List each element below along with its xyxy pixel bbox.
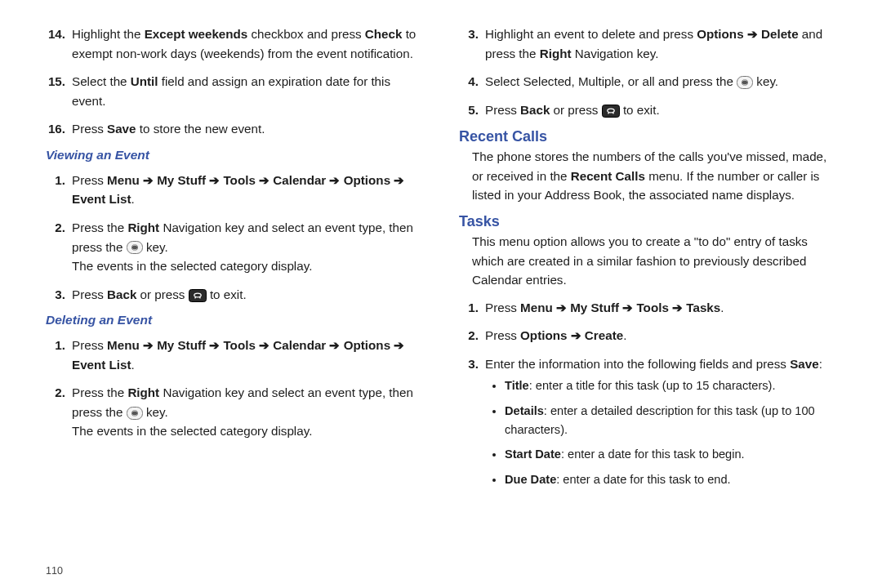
viewing-step-1: 1. Press Menu ➔ My Stuff ➔ Tools ➔ Calen…	[46, 171, 423, 209]
select-key-icon	[127, 241, 143, 254]
step-text: Press Options ➔ Create.	[485, 326, 626, 345]
step-16: 16. Press Save to store the new event.	[46, 119, 423, 139]
list-item: Start Date: enter a date for this task t…	[505, 445, 836, 464]
select-key-icon	[737, 76, 753, 89]
end-key-icon	[602, 105, 620, 118]
step-text: Press the Right Navigation key and selec…	[72, 218, 423, 276]
step-14: 14. Highlight the Except weekends checkb…	[46, 24, 423, 63]
svg-rect-2	[189, 289, 206, 301]
step-number: 16.	[46, 119, 65, 139]
step-number: 3.	[459, 354, 479, 374]
step-number: 5.	[459, 100, 479, 120]
manual-page: 14. Highlight the Except weekends checkb…	[0, 0, 882, 588]
step-text: Press Back or press to exit.	[485, 100, 660, 120]
select-key-icon	[127, 407, 143, 420]
step-text: Press Menu ➔ My Stuff ➔ Tools ➔ Tasks.	[485, 298, 724, 318]
step-text: Press Menu ➔ My Stuff ➔ Tools ➔ Calendar…	[72, 336, 423, 374]
page-number: 110	[46, 565, 63, 577]
heading-viewing-event: Viewing an Event	[46, 148, 423, 163]
end-key-icon	[189, 289, 207, 302]
heading-tasks: Tasks	[459, 213, 836, 230]
step-text: Enter the information into the following…	[485, 354, 822, 374]
step-number: 14.	[46, 24, 65, 63]
deleting-step-2: 2. Press the Right Navigation key and se…	[46, 383, 423, 441]
svg-rect-10	[602, 105, 619, 117]
step-text: Highlight the Except weekends checkbox a…	[72, 24, 423, 63]
viewing-step-3: 3. Press Back or press to exit.	[46, 285, 423, 305]
deleting-step-4: 4. Select Selected, Multiple, or all and…	[459, 72, 836, 91]
tasks-body: This menu option allows you to create a …	[472, 232, 836, 290]
step-number: 4.	[459, 72, 479, 91]
step-number: 1.	[459, 298, 479, 318]
step-number: 3.	[459, 24, 479, 63]
step-15: 15. Select the Until field and assign an…	[46, 72, 423, 110]
deleting-step-1: 1. Press Menu ➔ My Stuff ➔ Tools ➔ Calen…	[46, 336, 423, 374]
step-number: 1.	[46, 336, 65, 374]
left-column: 14. Highlight the Except weekends checkb…	[46, 24, 423, 588]
step-text: Press Menu ➔ My Stuff ➔ Tools ➔ Calendar…	[72, 171, 423, 209]
heading-deleting-event: Deleting an Event	[46, 313, 423, 327]
step-text: Highlight an event to delete and press O…	[485, 24, 836, 63]
list-item: Details: enter a detailed description fo…	[505, 402, 836, 439]
step-text: Press Save to store the new event.	[72, 119, 265, 139]
list-item: Title: enter a title for this task (up t…	[505, 376, 836, 395]
list-item: Due Date: enter a date for this task to …	[505, 470, 836, 489]
step-number: 1.	[46, 171, 65, 209]
viewing-step-2: 2. Press the Right Navigation key and se…	[46, 218, 423, 276]
step-number: 2.	[46, 383, 65, 441]
step-number: 15.	[46, 72, 65, 110]
step-text: Select Selected, Multiple, or all and pr…	[485, 72, 778, 91]
tasks-step-1: 1. Press Menu ➔ My Stuff ➔ Tools ➔ Tasks…	[459, 298, 836, 318]
heading-recent-calls: Recent Calls	[459, 128, 836, 145]
recent-calls-body: The phone stores the numbers of the call…	[472, 147, 836, 205]
deleting-step-5: 5. Press Back or press to exit.	[459, 100, 836, 120]
step-text: Press the Right Navigation key and selec…	[72, 383, 423, 441]
right-column: 3. Highlight an event to delete and pres…	[459, 24, 836, 588]
step-number: 2.	[459, 326, 479, 345]
tasks-field-list: Title: enter a title for this task (up t…	[485, 376, 836, 488]
tasks-step-3: 3. Enter the information into the follow…	[459, 354, 836, 374]
step-number: 2.	[46, 218, 65, 276]
deleting-step-3: 3. Highlight an event to delete and pres…	[459, 24, 836, 63]
step-text: Press Back or press to exit.	[72, 285, 247, 305]
tasks-step-2: 2. Press Options ➔ Create.	[459, 326, 836, 345]
step-text: Select the Until field and assign an exp…	[72, 72, 423, 110]
step-number: 3.	[46, 285, 65, 305]
